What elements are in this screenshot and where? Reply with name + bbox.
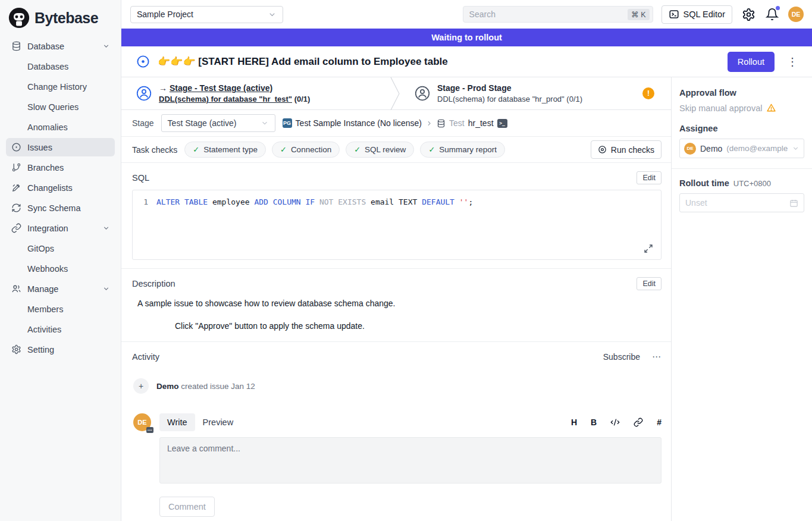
composer-avatar: DE •••	[133, 413, 151, 431]
line-number: 1	[133, 196, 156, 208]
link-format-icon[interactable]	[634, 418, 643, 427]
rollout-button[interactable]: Rollout	[728, 52, 775, 72]
bytebase-logo[interactable]: Bytebase	[6, 5, 115, 37]
activity-timeline-item: + Demo created issue Jan 12	[121, 362, 671, 394]
run-icon	[598, 145, 607, 154]
database-icon	[11, 41, 21, 52]
kebab-menu-icon[interactable]: ⋮	[782, 55, 803, 68]
sidebar-item-databases[interactable]: Databases	[6, 57, 115, 76]
notification-bell-icon[interactable]	[764, 7, 780, 22]
project-select[interactable]: Sample Project	[130, 6, 283, 23]
sidebar-item-slow-queries[interactable]: Slow Queries	[6, 98, 115, 116]
panel-divider	[672, 168, 812, 169]
tab-preview[interactable]: Preview	[195, 413, 242, 431]
more-options-icon[interactable]: ⋯	[652, 351, 661, 362]
sidebar-item-issues[interactable]: Issues	[6, 138, 115, 156]
tab-write[interactable]: Write	[159, 413, 195, 431]
chevron-down-icon	[102, 42, 110, 50]
sidebar-item-changelists[interactable]: Changelists	[6, 178, 115, 197]
run-checks-button[interactable]: Run checks	[591, 140, 661, 159]
notification-dot	[776, 6, 780, 10]
database-icon	[437, 119, 446, 128]
assignee-label: Assignee	[679, 124, 804, 133]
stage-select[interactable]: Test Stage (active)	[161, 114, 275, 132]
sidebar-item-branches[interactable]: Branches	[6, 158, 115, 177]
description-edit-button[interactable]: Edit	[637, 277, 661, 290]
issue-icon	[11, 142, 21, 153]
sidebar-item-setting[interactable]: Setting	[6, 340, 115, 359]
link-icon	[11, 223, 21, 234]
code-format-icon[interactable]	[610, 418, 620, 427]
activity-section-header: Activity Subscribe ⋯	[121, 342, 671, 362]
sidebar-item-change-history[interactable]: Change History	[6, 77, 115, 96]
database-breadcrumb: PG Test Sample Instance (No license) Tes…	[283, 118, 507, 128]
bytebase-app: Bytebase Database Databases Change Histo…	[0, 0, 812, 521]
sidebar-item-integration[interactable]: Integration	[6, 219, 115, 237]
stage-assignee-icon	[136, 86, 152, 101]
check-icon: ✓	[428, 145, 435, 154]
changelist-icon	[11, 183, 21, 193]
check-pill-sql-review[interactable]: ✓SQL review	[346, 142, 414, 158]
stage-card-prod[interactable]: Stage - Prod Stage DDL(schema) for datab…	[400, 77, 671, 109]
sql-section-header: SQL Edit	[121, 163, 671, 190]
search-shortcut-badge: ⌘ K	[628, 9, 649, 20]
search-input[interactable]: Search ⌘ K	[463, 6, 653, 23]
sidebar-item-webhooks[interactable]: Webhooks	[6, 259, 115, 278]
sidebar-item-database[interactable]: Database	[6, 37, 115, 55]
chevron-down-icon	[792, 145, 800, 152]
description-line: Click "Approve" button to apply the sche…	[175, 321, 661, 331]
stage-selector-row: Stage Test Stage (active) PG Test Sample…	[121, 110, 671, 137]
description-body: A sample issue to showcase how to review…	[121, 296, 671, 341]
bold-format-icon[interactable]: B	[591, 418, 597, 427]
task-checks-row: Task checks ✓Statement type ✓Connection …	[121, 137, 671, 163]
postgres-icon: PG	[283, 118, 292, 128]
subscribe-button[interactable]: Subscribe	[603, 352, 640, 362]
rollout-time-picker[interactable]: Unset	[679, 193, 804, 212]
instance-link[interactable]: Test Sample Instance (No license)	[296, 118, 422, 128]
sidebar-item-members[interactable]: Members	[6, 300, 115, 318]
sidebar-item-anomalies[interactable]: Anomalies	[6, 118, 115, 136]
issue-side-panel: Approval flow Skip manual approval Assig…	[671, 77, 812, 521]
sidebar: Bytebase Database Databases Change Histo…	[0, 0, 121, 521]
terminal-icon	[669, 9, 679, 20]
sidebar-item-sync-schema[interactable]: Sync Schema	[6, 199, 115, 217]
rollout-time-label: Rollout time	[679, 178, 729, 188]
check-icon: ✓	[193, 145, 199, 154]
description-section-header: Description Edit	[121, 269, 671, 296]
gear-icon	[11, 344, 21, 355]
chevron-down-icon	[102, 285, 110, 293]
comment-button[interactable]: Comment	[159, 497, 215, 517]
heading-format-icon[interactable]: H	[571, 418, 577, 427]
comment-composer: DE ••• Write Preview H B #	[121, 394, 671, 517]
user-avatar[interactable]: DE	[788, 7, 804, 22]
check-icon: ✓	[280, 145, 287, 154]
sql-code-line: 1 ALTER TABLE employee ADD COLUMN IF NOT…	[133, 196, 661, 208]
sql-editor[interactable]: 1 ALTER TABLE employee ADD COLUMN IF NOT…	[132, 190, 661, 260]
database-link[interactable]: hr_test	[468, 118, 494, 128]
sidebar-item-manage[interactable]: Manage	[6, 280, 115, 298]
bytebase-logo-icon	[8, 7, 30, 29]
stage-card-test[interactable]: → Stage - Test Stage (active) DDL(schema…	[121, 77, 390, 109]
check-pill-summary-report[interactable]: ✓Summary report	[420, 142, 505, 158]
settings-gear-icon[interactable]	[741, 7, 756, 22]
sidebar-item-gitops[interactable]: GitOps	[6, 239, 115, 258]
comment-input[interactable]	[159, 437, 661, 484]
issue-detail-panel: → Stage - Test Stage (active) DDL(schema…	[121, 77, 671, 521]
status-banner: Waiting to rollout	[121, 29, 812, 46]
sql-edit-button[interactable]: Edit	[637, 171, 661, 184]
assignee-select[interactable]: DE Demo (demo@example	[679, 139, 804, 158]
expand-editor-icon[interactable]	[644, 244, 653, 253]
check-icon: ✓	[354, 145, 360, 154]
check-pill-statement-type[interactable]: ✓Statement type	[184, 142, 266, 158]
chevron-down-icon	[102, 224, 110, 232]
approval-flow-value: Skip manual approval	[679, 103, 762, 113]
sql-editor-button[interactable]: SQL Editor	[661, 5, 732, 24]
open-sql-editor-icon[interactable]: >_	[497, 119, 507, 128]
chevron-down-icon	[261, 119, 269, 127]
arrow-icon: →	[159, 83, 167, 93]
sidebar-item-activities[interactable]: Activities	[6, 320, 115, 338]
plus-icon: +	[133, 378, 149, 394]
calendar-icon	[789, 199, 798, 208]
check-pill-connection[interactable]: ✓Connection	[272, 142, 340, 158]
hash-format-icon[interactable]: #	[657, 418, 661, 427]
